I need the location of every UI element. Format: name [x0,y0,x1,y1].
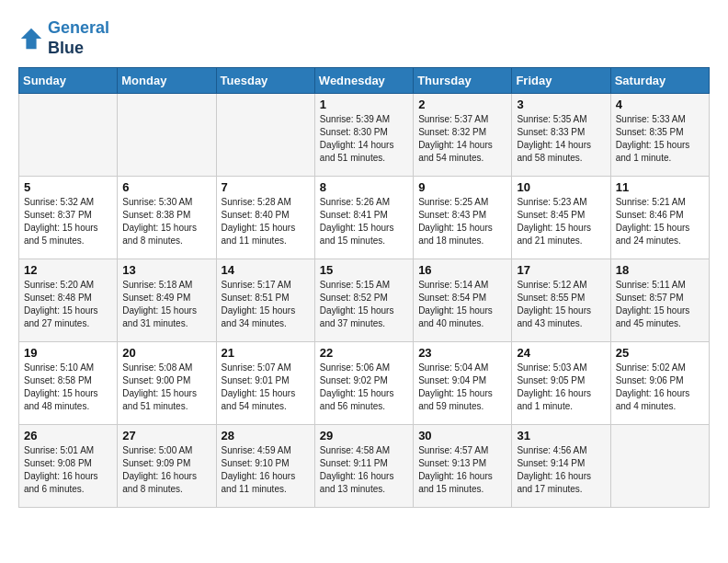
day-info: Sunrise: 5:25 AM Sunset: 8:43 PM Dayligh… [418,196,506,247]
calendar-cell: 13Sunrise: 5:18 AM Sunset: 8:49 PM Dayli… [118,259,216,342]
day-number: 9 [418,180,506,194]
day-number: 24 [517,346,605,360]
day-info: Sunrise: 5:08 AM Sunset: 9:00 PM Dayligh… [122,362,210,413]
day-info: Sunrise: 5:07 AM Sunset: 9:01 PM Dayligh… [222,362,310,413]
page-header: General Blue [18,18,710,58]
weekday-header-saturday: Saturday [610,68,709,94]
calendar-cell: 14Sunrise: 5:17 AM Sunset: 8:51 PM Dayli… [216,259,314,342]
day-number: 28 [222,429,310,442]
day-number: 26 [24,429,112,442]
day-number: 3 [517,98,605,111]
day-number: 12 [24,263,112,277]
logo-text: General Blue [48,18,109,58]
calendar-table: SundayMondayTuesdayWednesdayThursdayFrid… [18,67,710,508]
day-info: Sunrise: 5:39 AM Sunset: 8:30 PM Dayligh… [320,113,408,165]
day-number: 14 [222,263,310,277]
day-info: Sunrise: 4:59 AM Sunset: 9:10 PM Dayligh… [222,444,310,496]
day-number: 10 [517,180,605,194]
day-number: 22 [320,346,408,360]
svg-marker-0 [21,28,41,48]
weekday-header-friday: Friday [512,68,610,94]
day-number: 11 [616,180,704,194]
day-number: 16 [418,263,506,277]
calendar-cell: 21Sunrise: 5:07 AM Sunset: 9:01 PM Dayli… [216,342,314,425]
calendar-cell: 7Sunrise: 5:28 AM Sunset: 8:40 PM Daylig… [216,177,314,259]
day-number: 17 [517,263,605,277]
calendar-cell: 23Sunrise: 5:04 AM Sunset: 9:04 PM Dayli… [414,342,512,425]
week-row-1: 1Sunrise: 5:39 AM Sunset: 8:30 PM Daylig… [19,94,710,177]
calendar-cell: 11Sunrise: 5:21 AM Sunset: 8:46 PM Dayli… [610,177,709,259]
day-info: Sunrise: 4:57 AM Sunset: 9:13 PM Dayligh… [418,444,506,496]
day-number: 4 [616,98,704,111]
calendar-cell [216,94,314,177]
day-info: Sunrise: 5:04 AM Sunset: 9:04 PM Dayligh… [418,362,506,413]
day-number: 19 [24,346,112,360]
day-number: 15 [320,263,408,277]
calendar-cell: 2Sunrise: 5:37 AM Sunset: 8:32 PM Daylig… [414,94,512,177]
calendar-cell: 28Sunrise: 4:59 AM Sunset: 9:10 PM Dayli… [216,425,314,508]
calendar-cell: 30Sunrise: 4:57 AM Sunset: 9:13 PM Dayli… [414,425,512,508]
day-info: Sunrise: 5:33 AM Sunset: 8:35 PM Dayligh… [616,113,704,165]
day-number: 21 [222,346,310,360]
day-info: Sunrise: 5:12 AM Sunset: 8:55 PM Dayligh… [517,279,605,330]
calendar-cell: 22Sunrise: 5:06 AM Sunset: 9:02 PM Dayli… [314,342,413,425]
weekday-header-sunday: Sunday [19,68,118,94]
calendar-cell: 12Sunrise: 5:20 AM Sunset: 8:48 PM Dayli… [19,259,118,342]
calendar-cell: 16Sunrise: 5:14 AM Sunset: 8:54 PM Dayli… [414,259,512,342]
day-info: Sunrise: 5:35 AM Sunset: 8:33 PM Dayligh… [517,113,605,165]
day-number: 25 [616,346,704,360]
day-info: Sunrise: 5:26 AM Sunset: 8:41 PM Dayligh… [320,196,408,247]
day-number: 1 [320,98,408,111]
calendar-cell: 5Sunrise: 5:32 AM Sunset: 8:37 PM Daylig… [19,177,118,259]
day-number: 2 [418,98,506,111]
day-info: Sunrise: 4:56 AM Sunset: 9:14 PM Dayligh… [517,444,605,496]
calendar-cell: 15Sunrise: 5:15 AM Sunset: 8:52 PM Dayli… [314,259,413,342]
day-info: Sunrise: 5:20 AM Sunset: 8:48 PM Dayligh… [24,279,112,330]
calendar-cell: 9Sunrise: 5:25 AM Sunset: 8:43 PM Daylig… [414,177,512,259]
day-info: Sunrise: 5:10 AM Sunset: 8:58 PM Dayligh… [24,362,112,413]
day-number: 7 [222,180,310,194]
day-info: Sunrise: 5:21 AM Sunset: 8:46 PM Dayligh… [616,196,704,247]
day-number: 27 [122,429,210,442]
day-info: Sunrise: 5:32 AM Sunset: 8:37 PM Dayligh… [24,196,112,247]
weekday-header-tuesday: Tuesday [216,68,314,94]
logo: General Blue [18,18,109,58]
week-row-4: 19Sunrise: 5:10 AM Sunset: 8:58 PM Dayli… [19,342,710,425]
calendar-cell: 4Sunrise: 5:33 AM Sunset: 8:35 PM Daylig… [610,94,709,177]
calendar-cell [610,425,709,508]
day-number: 20 [122,346,210,360]
day-info: Sunrise: 5:00 AM Sunset: 9:09 PM Dayligh… [122,444,210,496]
day-info: Sunrise: 4:58 AM Sunset: 9:11 PM Dayligh… [320,444,408,496]
calendar-cell: 8Sunrise: 5:26 AM Sunset: 8:41 PM Daylig… [314,177,413,259]
calendar-cell: 25Sunrise: 5:02 AM Sunset: 9:06 PM Dayli… [610,342,709,425]
day-info: Sunrise: 5:17 AM Sunset: 8:51 PM Dayligh… [222,279,310,330]
calendar-cell: 10Sunrise: 5:23 AM Sunset: 8:45 PM Dayli… [512,177,610,259]
day-info: Sunrise: 5:28 AM Sunset: 8:40 PM Dayligh… [222,196,310,247]
week-row-5: 26Sunrise: 5:01 AM Sunset: 9:08 PM Dayli… [19,425,710,508]
day-info: Sunrise: 5:15 AM Sunset: 8:52 PM Dayligh… [320,279,408,330]
calendar-cell [118,94,216,177]
calendar-cell: 19Sunrise: 5:10 AM Sunset: 8:58 PM Dayli… [19,342,118,425]
calendar-cell: 31Sunrise: 4:56 AM Sunset: 9:14 PM Dayli… [512,425,610,508]
day-info: Sunrise: 5:23 AM Sunset: 8:45 PM Dayligh… [517,196,605,247]
day-number: 23 [418,346,506,360]
day-info: Sunrise: 5:37 AM Sunset: 8:32 PM Dayligh… [418,113,506,165]
week-row-2: 5Sunrise: 5:32 AM Sunset: 8:37 PM Daylig… [19,177,710,259]
day-info: Sunrise: 5:03 AM Sunset: 9:05 PM Dayligh… [517,362,605,413]
day-info: Sunrise: 5:06 AM Sunset: 9:02 PM Dayligh… [320,362,408,413]
day-info: Sunrise: 5:02 AM Sunset: 9:06 PM Dayligh… [616,362,704,413]
calendar-cell: 24Sunrise: 5:03 AM Sunset: 9:05 PM Dayli… [512,342,610,425]
calendar-cell: 27Sunrise: 5:00 AM Sunset: 9:09 PM Dayli… [118,425,216,508]
day-number: 18 [616,263,704,277]
calendar-cell: 6Sunrise: 5:30 AM Sunset: 8:38 PM Daylig… [118,177,216,259]
day-info: Sunrise: 5:14 AM Sunset: 8:54 PM Dayligh… [418,279,506,330]
calendar-cell [19,94,118,177]
day-info: Sunrise: 5:11 AM Sunset: 8:57 PM Dayligh… [616,279,704,330]
day-info: Sunrise: 5:30 AM Sunset: 8:38 PM Dayligh… [122,196,210,247]
calendar-cell: 17Sunrise: 5:12 AM Sunset: 8:55 PM Dayli… [512,259,610,342]
weekday-header-thursday: Thursday [414,68,512,94]
calendar-cell: 26Sunrise: 5:01 AM Sunset: 9:08 PM Dayli… [19,425,118,508]
day-number: 6 [122,180,210,194]
weekday-header-wednesday: Wednesday [314,68,413,94]
day-info: Sunrise: 5:18 AM Sunset: 8:49 PM Dayligh… [122,279,210,330]
